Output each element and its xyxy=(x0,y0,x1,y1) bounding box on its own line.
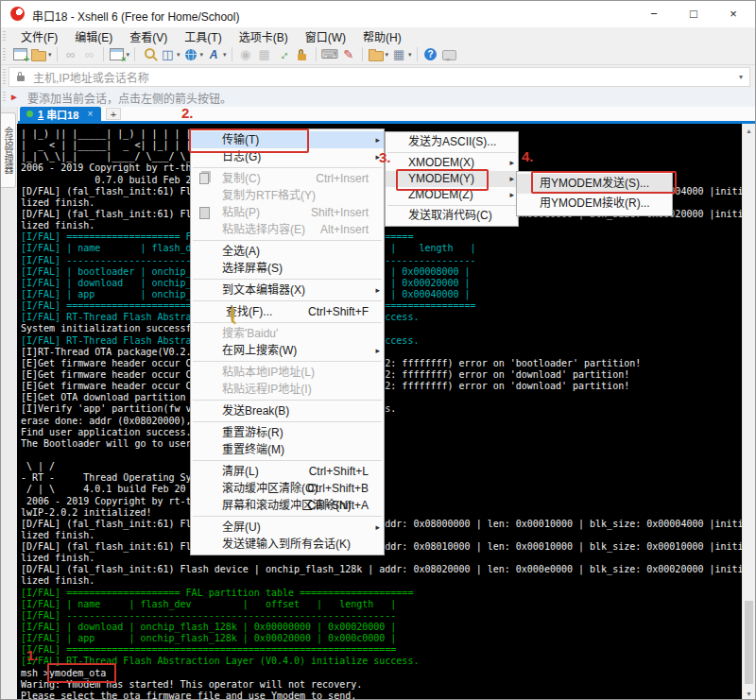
menu-item-paste: 粘贴(P)Shift+Insert xyxy=(191,204,384,221)
menu-item-clear-scrollback[interactable]: 滚动缓冲区清除(O)Ctrl+Shift+B xyxy=(191,480,384,497)
menu-item-clear-screen-scrollback[interactable]: 屏幕和滚动缓冲区清除(N)Ctrl+Shift+A xyxy=(191,497,384,514)
menubar-item[interactable]: 选项卡(B) xyxy=(231,28,297,44)
open-session-icon[interactable] xyxy=(30,46,47,63)
menu-item-to-text-editor[interactable]: 到文本编辑器(X)▸ xyxy=(191,282,384,299)
scrollbar-thumb[interactable] xyxy=(745,601,753,684)
lock-icon[interactable] xyxy=(294,46,311,63)
menu-item-label: 用YMODEM接收(R)... xyxy=(540,196,650,210)
grid-icon: ▦ xyxy=(393,47,404,61)
chat-icon xyxy=(442,50,456,60)
session-properties-icon[interactable] xyxy=(109,46,126,63)
chevron-down-icon[interactable]: ▾ xyxy=(200,51,204,59)
chevron-down-icon[interactable]: ▾ xyxy=(386,51,389,59)
session-manager-vertical-tab[interactable]: 会话管理器 xyxy=(1,112,16,188)
maximize-button[interactable]: □ xyxy=(674,1,713,27)
paste-icon xyxy=(199,207,210,219)
menubar-item[interactable]: 窗口(W) xyxy=(297,28,354,44)
context-menu: 传输(T)▸日志(G)▸复制(C)Ctrl+Insert复制为RTF格式(Y)粘… xyxy=(190,128,385,555)
web-icon[interactable] xyxy=(182,46,199,63)
menubar-item[interactable]: 文件(F) xyxy=(12,28,66,44)
new-folder-icon[interactable] xyxy=(368,46,385,63)
submenu-arrow-icon: ▸ xyxy=(509,171,514,187)
annotation-step-3: 3. xyxy=(379,149,391,165)
capture-icon[interactable]: ▦ xyxy=(256,46,273,63)
menu-item-shortcut: Ctrl+Shift+B xyxy=(307,480,369,497)
menu-item-send-ascii[interactable]: 发送为ASCII(S)... xyxy=(386,134,518,150)
terminal-line: Waring: Ymodem has started! This operato… xyxy=(21,679,744,691)
menu-item-reset-terminal[interactable]: 重置终端(M) xyxy=(191,441,384,458)
compose-icon[interactable]: ◉ xyxy=(237,46,254,63)
chevron-down-icon[interactable]: ▾ xyxy=(739,73,743,81)
new-tab-button[interactable]: + xyxy=(106,108,121,120)
menu-item-select-screen[interactable]: 选择屏幕(S) xyxy=(191,260,384,277)
chevron-down-icon[interactable]: ▾ xyxy=(48,51,52,59)
tab-close-icon[interactable]: × xyxy=(87,109,93,119)
toolbar-separator xyxy=(103,47,104,61)
menu-item-search-web[interactable]: 在网上搜索(W)▸ xyxy=(191,342,384,359)
left-dock-strip: 会话管理器 xyxy=(1,107,18,700)
menu-item-ymodem-receive[interactable]: 用YMODEM接收(R)... xyxy=(517,194,672,213)
connected-dot-icon xyxy=(26,111,33,117)
tab-serial-18[interactable]: 1 串口18 × xyxy=(20,107,101,121)
terminal-line: [D/FAL] (fal_flash_init:61) Flash device… xyxy=(21,564,744,575)
menu-bar: 文件(F)编辑(E)查看(V)工具(T)选项卡(B)窗口(W)帮助(H) xyxy=(1,27,755,44)
minimize-button[interactable]: − xyxy=(634,1,674,27)
grid-icon[interactable]: ▦ xyxy=(390,46,407,63)
menu-item-find[interactable]: 查找(F)...Ctrl+Shift+F xyxy=(191,303,384,320)
new-session-icon xyxy=(13,48,27,60)
scroll-up-icon[interactable]: ▲ xyxy=(743,124,755,138)
chat-icon[interactable] xyxy=(441,46,458,63)
toolbar-separator xyxy=(57,47,58,61)
menu-separator xyxy=(387,205,516,206)
menu-item-clear-screen[interactable]: 清屏(L)Ctrl+Shift+L xyxy=(191,463,384,480)
menubar-item[interactable]: 工具(T) xyxy=(176,28,230,44)
host-address-input[interactable]: 主机,IP地址或会话名称 ▾ xyxy=(9,67,750,87)
chevron-down-icon[interactable]: ▾ xyxy=(177,51,180,59)
scroll-down-icon[interactable]: ▼ xyxy=(743,687,755,700)
toolbar-separator xyxy=(316,47,317,61)
menubar-item[interactable]: 查看(V) xyxy=(121,28,176,44)
chevron-down-icon[interactable]: ▾ xyxy=(408,51,412,59)
fullscreen-icon: ↔ xyxy=(274,45,293,64)
menu-item-label: 选择屏幕(S) xyxy=(222,262,283,275)
disconnect-icon[interactable]: ∞ xyxy=(81,46,98,63)
annotation-step-1: 1. xyxy=(26,647,39,663)
menu-item-reset-cursor[interactable]: 重置游标(R) xyxy=(191,424,384,441)
menu-item-send-cancel[interactable]: 发送取消代码(C) xyxy=(386,208,518,224)
close-button[interactable]: × xyxy=(713,1,753,27)
menu-item-label: 滚动缓冲区清除(O) xyxy=(222,482,318,495)
title-bar: 串口18 - Xshell 6 (Free for Home/School) −… xyxy=(1,1,755,28)
menu-item-send-break[interactable]: 发送Break(B) xyxy=(191,402,384,419)
menu-item-label: 到文本编辑器(X) xyxy=(222,283,305,297)
menu-item-label: 发送为ASCII(S)... xyxy=(408,135,496,148)
fullscreen-icon[interactable]: ↔ xyxy=(275,46,292,63)
tab-number: 1 xyxy=(38,109,43,120)
highlight-pen-icon[interactable]: ✎ xyxy=(340,46,357,63)
new-session-icon[interactable] xyxy=(11,46,28,63)
annotation-box-ymodem xyxy=(396,169,489,191)
disconnect-icon: ∞ xyxy=(85,47,94,61)
submenu-arrow-icon: ▸ xyxy=(375,342,380,359)
menu-item-send-input-all[interactable]: 发送键输入到所有会话(K) xyxy=(191,536,384,553)
font-icon: A xyxy=(210,48,218,61)
highlight-pen-icon: ✎ xyxy=(343,47,353,61)
new-folder-icon xyxy=(369,51,384,61)
help-icon[interactable]: ? xyxy=(422,46,439,63)
layout-icon[interactable]: ◫ xyxy=(159,46,176,63)
find-icon[interactable] xyxy=(140,46,157,63)
keyboard-icon: ⌨ xyxy=(320,47,338,61)
chevron-down-icon[interactable]: ▾ xyxy=(223,51,227,59)
font-icon[interactable]: A xyxy=(205,46,222,63)
menu-item-label: 全屏(U) xyxy=(222,521,261,534)
menu-item-fullscreen[interactable]: 全屏(U)▸ xyxy=(191,519,384,536)
annotation-step-2: 2. xyxy=(181,105,194,121)
drag-grip xyxy=(3,69,6,84)
keyboard-icon[interactable]: ⌨ xyxy=(321,46,338,63)
reconnect-icon[interactable]: ∞ xyxy=(62,46,79,63)
menubar-item[interactable]: 帮助(H) xyxy=(354,28,410,44)
terminal-scrollbar[interactable]: ▲ ▼ xyxy=(742,124,755,700)
menubar-item[interactable]: 编辑(E) xyxy=(66,28,121,44)
menu-item-copy: 复制(C)Ctrl+Insert xyxy=(191,170,384,187)
menu-item-select-all[interactable]: 全选(A) xyxy=(191,243,384,260)
menu-separator xyxy=(193,167,382,168)
